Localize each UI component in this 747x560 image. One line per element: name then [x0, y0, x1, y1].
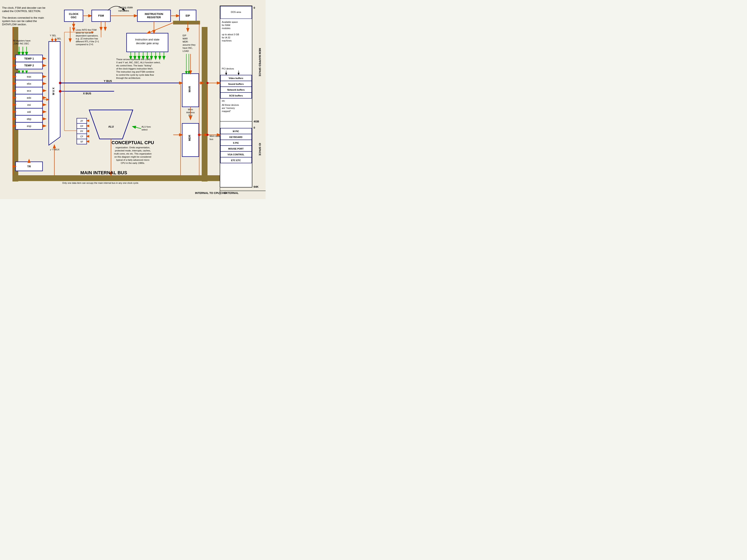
- internal-label: INTERNAL TO CPU CHIP: [195, 191, 227, 194]
- edx-label: edx: [27, 96, 31, 99]
- mux-x-dot: [59, 90, 61, 92]
- video-buffers-label: Video buffers: [229, 77, 243, 79]
- main-bus-label: MAIN INTERNAL BUS: [80, 170, 127, 175]
- pf-label: PF: [80, 130, 83, 133]
- ecx-label: ecx: [27, 89, 31, 92]
- etc-label: etc: [222, 100, 225, 102]
- fsm-note1: Lines INTO the FSM: [76, 29, 97, 31]
- network-buffers-label: Network buffers: [227, 88, 244, 91]
- eip-note6: LOAD: [183, 50, 189, 52]
- etc-etc-label: ETC ETC: [231, 159, 241, 162]
- sound-buffers-label: Sound buffers: [228, 83, 244, 85]
- y-mux-label: ↙ Y MUX: [50, 148, 59, 151]
- esi-label: esi: [27, 103, 31, 106]
- reg-note1: All registers have:: [13, 39, 31, 42]
- arrows-note4: of the clock triggers instruction fetch.: [116, 68, 153, 70]
- diagram-container: The clock, FSM and decoder can be called…: [0, 0, 265, 199]
- scsi-buffers-label: SCSI buffers: [229, 95, 243, 97]
- eip-note2: MAR: [183, 37, 188, 40]
- mem-data-bus1: Mem data: [210, 135, 220, 137]
- right-dot2: [206, 134, 209, 136]
- avail-ram6: machines: [222, 39, 232, 42]
- addr-0-top: 0: [254, 6, 255, 9]
- y-sel-label: Y SEL: [50, 34, 56, 37]
- mar-label: MAR: [188, 86, 191, 92]
- bus-note: Only one data item can occupy the main i…: [62, 182, 139, 184]
- arrows-note7: through the architecture.: [116, 77, 141, 79]
- arrows-note3: etc control lines. The basic "ticking": [116, 64, 152, 67]
- arrows-note5: The instruction reg and FSM combine: [116, 71, 154, 73]
- x-sel-label: X SEL: [55, 37, 61, 40]
- decoder-label2: decoder gate array: [136, 42, 159, 45]
- ebp-label: ebp: [27, 117, 31, 121]
- control-section-note: The clock, FSM and decoder can be: [2, 6, 46, 9]
- avail-ram1: Available space: [222, 21, 238, 23]
- cpu-desc2: protected mode, interrupts, caches,: [115, 149, 151, 152]
- ir-label2: REGISTER: [147, 16, 161, 19]
- ebx-label: ebx: [27, 82, 31, 85]
- temp2-label: TEMP 2: [24, 64, 34, 67]
- reg-note2: LOAD INC DEC: [13, 42, 29, 45]
- esp-label: esp: [27, 125, 31, 128]
- cpu-desc4: on this diagram might be considered: [114, 156, 151, 158]
- fsm-note6: compared to Z=0.: [76, 43, 94, 46]
- eip-note4: assume they: [183, 44, 196, 46]
- right-dot1: [206, 82, 209, 84]
- eip-bus-bar: [173, 21, 200, 25]
- control-section-note2: called the CONTROL SECTION.: [2, 9, 41, 12]
- arrows-note1: These arrows represent the LOAD,: [116, 58, 152, 60]
- avail-ram3: modules: [222, 27, 231, 29]
- avail-ram2: for RAM: [222, 24, 230, 26]
- x-bus-label: X BUS: [83, 92, 91, 95]
- eip-note5: have INC,: [183, 47, 193, 49]
- fsm-note3: dependent operations.: [76, 34, 98, 37]
- ir-label: INSTRUCTION: [145, 12, 163, 16]
- eip-note3: MDR:: [183, 41, 188, 43]
- alu-func-label: ALU func: [141, 126, 151, 128]
- sf-label: SF: [80, 140, 83, 143]
- pci-label: PCI devices: [222, 68, 234, 70]
- memory-mapped-note1: All these devices: [222, 104, 239, 106]
- dataflow-note2: system bus can be called the: [2, 20, 37, 23]
- memory-mapped-note2: are "memory: [222, 107, 235, 109]
- vga-control-label: VGA CONTROL: [228, 153, 244, 156]
- addr-0-mid: 0: [254, 126, 255, 129]
- alu-label: ALU: [108, 125, 114, 128]
- dataflow-note1: The devices connected to the main: [2, 16, 44, 19]
- dos-area-label: DOS area: [231, 11, 241, 13]
- right-bus-vertical: [202, 27, 207, 182]
- temp1-label: TEMP 1: [24, 57, 34, 60]
- addr-64k: 64K: [254, 185, 259, 188]
- edi-label: edi: [27, 110, 31, 113]
- y-bus-label: Y BUS: [104, 79, 112, 83]
- avail-ram4: up to about 3 GB: [222, 33, 239, 36]
- conceptual-cpu-label: CONCEPTUAL CPU: [112, 140, 154, 145]
- zf-label: ZF: [80, 120, 83, 122]
- addr-4gb: 4GB: [254, 120, 259, 123]
- fsm-note4: e.g. JZ instruction has: [76, 37, 98, 40]
- eax-label: eax: [27, 75, 31, 78]
- tr-label: TR: [27, 165, 31, 168]
- decoder-label: Instruction and state: [135, 38, 159, 41]
- mouse-port-label: MOUSE PORT: [228, 148, 243, 150]
- avail-ram5: for IA 32: [222, 36, 230, 39]
- cpu-desc6: CPU in the early 1980s.: [121, 162, 145, 164]
- cpu-desc3: multi cores, etc etc. This organization: [114, 153, 152, 155]
- eip-note1: EIP: [183, 34, 186, 37]
- fsm-label: FSM: [98, 14, 104, 17]
- arrows-note2: X and Y sel, INC, DEC, ALU function sele…: [116, 61, 161, 64]
- external-label: EXTERNAL: [224, 191, 239, 194]
- cpu-desc1: organization. Omits segmentation,: [115, 146, 150, 149]
- fsm-note2: allow for run-time: [76, 31, 93, 34]
- mdr-label: MDR: [188, 135, 191, 141]
- arrows-note6: to control the cycle by cycle data flow: [116, 74, 154, 76]
- main-internal-bus: [12, 175, 220, 181]
- dataflow-note3: DATAFLOW section.: [2, 23, 27, 26]
- mux-label: M U X: [52, 87, 55, 95]
- cpu-desc5: typical of a fairly advanced micro: [116, 159, 149, 161]
- fsm-note5: different RTL if the Z=1: [76, 40, 99, 43]
- mem-mapped-label: MEM MAPPED SPACE: [258, 48, 261, 77]
- io-space-label: IO SPACE: [258, 143, 261, 156]
- alu-func-label2: select: [141, 128, 148, 131]
- cf-label: CF: [80, 135, 83, 138]
